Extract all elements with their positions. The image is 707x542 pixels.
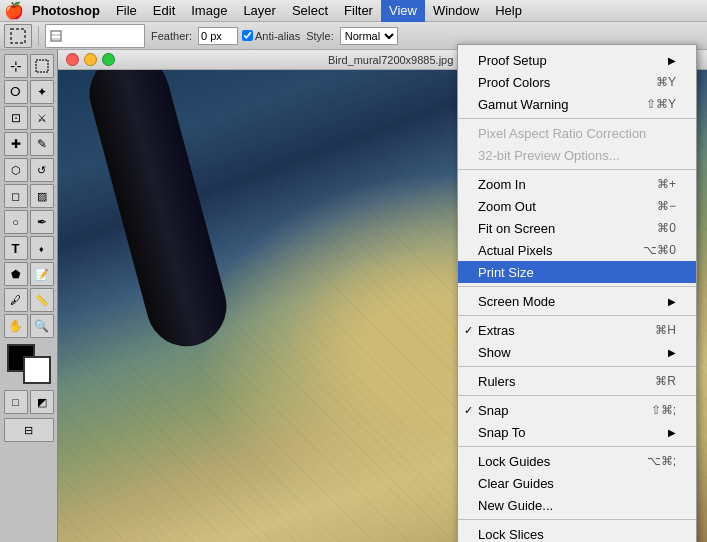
menu-extras[interactable]: ✓ Extras ⌘H	[458, 319, 696, 341]
menu-file[interactable]: File	[108, 0, 145, 22]
tool-row-11: ✋ 🔍	[4, 314, 54, 338]
svg-rect-0	[11, 29, 25, 43]
separator-7	[458, 446, 696, 447]
tools-sidebar: ⊹ ⵔ ✦ ⊡ ⚔ ✚ ✎ ⬡ ↺ ◻ ▨ ○ ✒ T ⬧	[0, 50, 58, 542]
vector-tool[interactable]: ⬟	[4, 262, 28, 286]
screen-mode-btn[interactable]: ⊟	[4, 418, 54, 442]
menu-filter[interactable]: Filter	[336, 0, 381, 22]
stamp-tool[interactable]: ⬡	[4, 158, 28, 182]
dodge-tool[interactable]: ○	[4, 210, 28, 234]
menu-fit-screen[interactable]: Fit on Screen ⌘0	[458, 217, 696, 239]
menu-edit[interactable]: Edit	[145, 0, 183, 22]
menu-lock-slices[interactable]: Lock Slices	[458, 523, 696, 542]
apple-menu[interactable]: 🍎	[4, 0, 24, 22]
pen-tool[interactable]: ✒	[30, 210, 54, 234]
menu-zoom-in[interactable]: Zoom In ⌘+	[458, 173, 696, 195]
tool-row-9: ⬟ 📝	[4, 262, 54, 286]
check-icon: ✓	[464, 404, 473, 417]
measure-tool[interactable]: 📏	[30, 288, 54, 312]
color-swatch[interactable]	[7, 344, 51, 384]
tool-btn-2[interactable]	[45, 24, 145, 48]
menu-print-size[interactable]: Print Size	[458, 261, 696, 283]
brush-tool[interactable]: ✎	[30, 132, 54, 156]
menu-zoom-out[interactable]: Zoom Out ⌘−	[458, 195, 696, 217]
shortcut-label: ⌘R	[655, 374, 676, 388]
menu-actual-pixels[interactable]: Actual Pixels ⌥⌘0	[458, 239, 696, 261]
menu-help[interactable]: Help	[487, 0, 530, 22]
history-tool[interactable]: ↺	[30, 158, 54, 182]
menu-32bit-preview: 32-bit Preview Options...	[458, 144, 696, 166]
traffic-lights	[66, 53, 115, 66]
eyedropper-tool[interactable]: 🖋	[4, 288, 28, 312]
quick-mask[interactable]: ◩	[30, 390, 54, 414]
marquee-tool[interactable]	[30, 54, 54, 78]
tool-row-5: ⬡ ↺	[4, 158, 54, 182]
arrow-icon: ▶	[668, 427, 676, 438]
menu-proof-setup[interactable]: Proof Setup ▶	[458, 49, 696, 71]
feather-label: Feather:	[149, 30, 194, 42]
menu-layer[interactable]: Layer	[235, 0, 284, 22]
lasso-tool[interactable]: ⵔ	[4, 80, 28, 104]
shortcut-label: ⌘−	[657, 199, 676, 213]
arrow-icon: ▶	[668, 296, 676, 307]
minimize-button[interactable]	[84, 53, 97, 66]
heal-tool[interactable]: ✚	[4, 132, 28, 156]
menu-show[interactable]: Show ▶	[458, 341, 696, 363]
svg-rect-4	[36, 60, 48, 72]
shortcut-label: ⌘Y	[656, 75, 676, 89]
path-tool[interactable]: ⬧	[30, 236, 54, 260]
move-tool[interactable]: ⊹	[4, 54, 28, 78]
tool-row-2: ⵔ ✦	[4, 80, 54, 104]
menu-clear-guides[interactable]: Clear Guides	[458, 472, 696, 494]
tool-row-4: ✚ ✎	[4, 132, 54, 156]
shortcut-label: ⇧⌘Y	[646, 97, 676, 111]
arrow-icon: ▶	[668, 55, 676, 66]
tool-row-screen: ⊟	[4, 418, 54, 442]
menu-screen-mode[interactable]: Screen Mode ▶	[458, 290, 696, 312]
slice-tool[interactable]: ⚔	[30, 106, 54, 130]
app-name: Photoshop	[24, 3, 108, 18]
menu-select[interactable]: Select	[284, 0, 336, 22]
svg-rect-1	[51, 31, 61, 41]
maximize-button[interactable]	[102, 53, 115, 66]
style-select[interactable]: Normal	[340, 27, 398, 45]
menu-image[interactable]: Image	[183, 0, 235, 22]
tool-row-3: ⊡ ⚔	[4, 106, 54, 130]
toolbar-separator	[38, 26, 39, 46]
separator-4	[458, 315, 696, 316]
gradient-tool[interactable]: ▨	[30, 184, 54, 208]
tool-row-10: 🖋 📏	[4, 288, 54, 312]
separator-6	[458, 395, 696, 396]
shortcut-label: ⇧⌘;	[651, 403, 676, 417]
standard-mode[interactable]: □	[4, 390, 28, 414]
tool-row-modes: □ ◩	[4, 390, 54, 414]
menu-window[interactable]: Window	[425, 0, 487, 22]
magic-wand-tool[interactable]: ✦	[30, 80, 54, 104]
menu-gamut-warning[interactable]: Gamut Warning ⇧⌘Y	[458, 93, 696, 115]
anti-alias-checkbox[interactable]	[242, 30, 253, 41]
anti-alias-label: Anti-alias	[242, 30, 300, 42]
check-icon: ✓	[464, 324, 473, 337]
tool-row-8: T ⬧	[4, 236, 54, 260]
type-tool[interactable]: T	[4, 236, 28, 260]
menu-lock-guides[interactable]: Lock Guides ⌥⌘;	[458, 450, 696, 472]
view-menu: Proof Setup ▶ Proof Colors ⌘Y Gamut Warn…	[457, 44, 697, 542]
menu-pixel-aspect: Pixel Aspect Ratio Correction	[458, 122, 696, 144]
crop-tool[interactable]: ⊡	[4, 106, 28, 130]
background-color[interactable]	[23, 356, 51, 384]
zoom-tool[interactable]: 🔍	[30, 314, 54, 338]
feather-input[interactable]	[198, 27, 238, 45]
notes-tool[interactable]: 📝	[30, 262, 54, 286]
separator-3	[458, 286, 696, 287]
eraser-tool[interactable]: ◻	[4, 184, 28, 208]
menu-snap[interactable]: ✓ Snap ⇧⌘;	[458, 399, 696, 421]
menu-snap-to[interactable]: Snap To ▶	[458, 421, 696, 443]
tool-row-6: ◻ ▨	[4, 184, 54, 208]
menu-view[interactable]: View	[381, 0, 425, 22]
hand-tool[interactable]: ✋	[4, 314, 28, 338]
close-button[interactable]	[66, 53, 79, 66]
selection-tool-btn[interactable]	[4, 24, 32, 48]
menu-new-guide[interactable]: New Guide...	[458, 494, 696, 516]
menu-rulers[interactable]: Rulers ⌘R	[458, 370, 696, 392]
menu-proof-colors[interactable]: Proof Colors ⌘Y	[458, 71, 696, 93]
